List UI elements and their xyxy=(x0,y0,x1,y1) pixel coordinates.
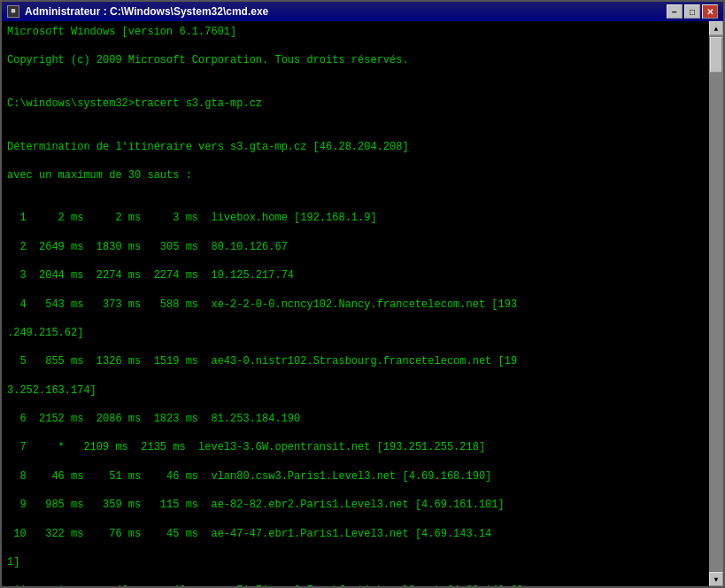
scrollbar-thumb[interactable] xyxy=(710,37,722,73)
console-line: Microsoft Windows [version 6.1.7601] xyxy=(7,25,704,39)
window-controls[interactable]: − □ ✕ xyxy=(667,4,718,19)
console-line: 9 985 ms 359 ms 115 ms ae-82-82.ebr2.Par… xyxy=(7,498,704,512)
title-bar-left: ■ Administrateur : C:\Windows\System32\c… xyxy=(7,5,268,18)
console-line: C:\windows\system32>tracert s3.gta-mp.cz xyxy=(7,97,704,111)
console-line: 5 855 ms 1326 ms 1519 ms ae43-0.nistr102… xyxy=(7,354,704,368)
scroll-down-button[interactable]: ▼ xyxy=(709,572,723,586)
window-title: Administrateur : C:\Windows\System32\cmd… xyxy=(25,5,268,18)
console-line: Détermination de l'itinéraire vers s3.gt… xyxy=(7,140,704,154)
scrollbar-track[interactable] xyxy=(709,35,723,572)
console-line: 1 2 ms 2 ms 3 ms livebox.home [192.168.1… xyxy=(7,211,704,225)
window-icon: ■ xyxy=(7,5,19,18)
console-line: 4 543 ms 373 ms 588 ms xe-2-2-0-0.ncncy1… xyxy=(7,298,704,312)
console-line: Copyright (c) 2009 Microsoft Corporation… xyxy=(7,53,704,67)
cmd-icon-char: ■ xyxy=(11,7,15,16)
minimize-button[interactable]: − xyxy=(667,4,683,19)
console-line: 2 2649 ms 1830 ms 305 ms 80.10.126.67 xyxy=(7,240,704,254)
scroll-up-button[interactable]: ▲ xyxy=(709,21,723,35)
console-line: 8 46 ms 51 ms 46 ms vlan80.csw3.Paris1.L… xyxy=(7,469,704,484)
maximize-button[interactable]: □ xyxy=(684,4,700,19)
console-line: 1] xyxy=(7,555,704,569)
console-output[interactable]: Microsoft Windows [version 6.1.7601] Cop… xyxy=(2,21,709,586)
console-line: 3 2044 ms 2274 ms 2274 ms 10.125.217.74 xyxy=(7,268,704,282)
console-area: Microsoft Windows [version 6.1.7601] Cop… xyxy=(2,21,723,586)
console-line: 10 322 ms 76 ms 45 ms ae-47-47.ebr1.Pari… xyxy=(7,527,704,541)
cmd-window: ■ Administrateur : C:\Windows\System32\c… xyxy=(0,0,725,588)
console-line: 7 * 2109 ms 2135 ms level3-3.GW.opentran… xyxy=(7,440,704,454)
console-line: 3.252.163.174] xyxy=(7,383,704,398)
console-line: 6 2152 ms 2086 ms 1823 ms 81.253.184.190 xyxy=(7,412,704,426)
close-button[interactable]: ✕ xyxy=(702,4,718,19)
title-bar: ■ Administrateur : C:\Windows\System32\c… xyxy=(2,2,723,21)
scrollbar[interactable]: ▲ ▼ xyxy=(709,21,723,586)
console-line: .249.215.62] xyxy=(7,326,704,340)
console-line: avec un maximum de 30 sauts : xyxy=(7,168,704,182)
console-line: 11 * 46 ms 46 ms ae-71-71.csw2.Frankfurt… xyxy=(7,584,704,586)
